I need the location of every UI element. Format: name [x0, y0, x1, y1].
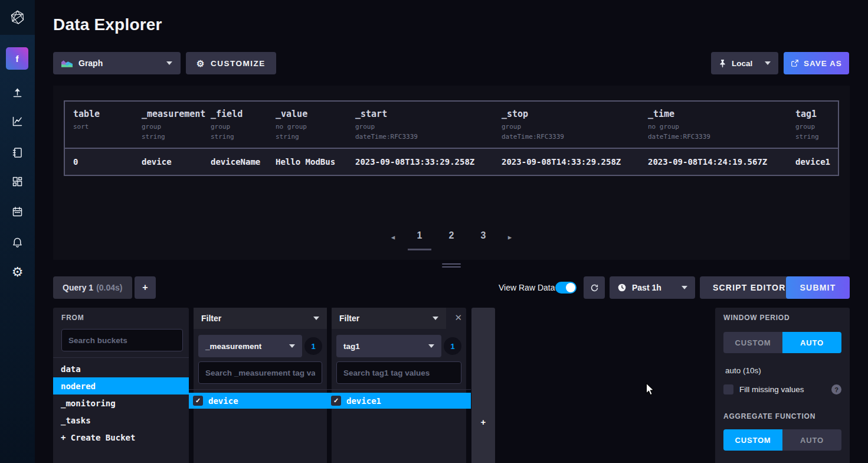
tag-key-label: _measurement	[205, 342, 261, 351]
refresh-button[interactable]	[584, 276, 605, 299]
cell-start: 2023-09-08T13:33:29.258Z	[347, 149, 493, 175]
aggregate-toggle: CUSTOM AUTO	[723, 429, 841, 451]
influxdb-cube-icon	[9, 9, 25, 25]
cell-tag1: device1	[787, 149, 838, 175]
submit-button[interactable]: SUBMIT	[786, 276, 850, 299]
query-tab-duration: (0.04s)	[96, 283, 122, 292]
tag-value-row-selected[interactable]: ✓ device1	[327, 393, 471, 409]
avatar-letter: f	[16, 54, 19, 64]
bucket-item[interactable]: _tasks	[53, 412, 189, 429]
user-avatar[interactable]: f	[6, 47, 28, 70]
filter-type-dropdown[interactable]: Filter	[194, 308, 327, 329]
from-panel: FROM data nodered _monitoring _tasks + C…	[53, 308, 189, 463]
tag-value-list: ✓ device1	[327, 389, 471, 409]
time-range-dropdown[interactable]: Past 1h	[610, 276, 695, 299]
time-range-label: Past 1h	[632, 283, 661, 292]
window-custom-button[interactable]: CUSTOM	[723, 332, 782, 353]
sidebar-item-data-explorer[interactable]	[0, 110, 35, 132]
submit-label: SUBMIT	[800, 283, 836, 292]
create-bucket-button[interactable]: + Create Bucket	[53, 429, 189, 446]
tag-value-search-input[interactable]	[336, 361, 461, 384]
sidebar-item-upload[interactable]	[0, 81, 35, 103]
add-query-button[interactable]: +	[135, 276, 156, 299]
filter-title: Filter	[339, 314, 359, 323]
sidebar-item-notebooks[interactable]	[0, 142, 35, 163]
save-as-button[interactable]: SAVE AS	[784, 52, 849, 74]
tag-value-label: device1	[346, 396, 381, 406]
pagination-prev-icon[interactable]: ◂	[386, 233, 399, 242]
raw-data-panel: tablesort _measurementgroupstring _field…	[53, 86, 850, 260]
window-period-panel: WINDOW PERIOD CUSTOM AUTO auto (10s) Fil…	[715, 308, 850, 463]
checkbox-checked-icon[interactable]: ✓	[331, 396, 341, 406]
column-header[interactable]: tag1	[795, 109, 833, 119]
chevron-down-icon	[289, 344, 295, 348]
view-raw-data-toggle[interactable]	[555, 282, 577, 294]
chevron-down-icon	[313, 317, 319, 320]
table-row: 0 device deviceName Hello ModBus 2023-09…	[65, 149, 838, 175]
graph-type-icon	[61, 59, 73, 67]
chevron-down-icon	[428, 344, 434, 348]
cell-measurement: device	[133, 149, 202, 175]
window-auto-button[interactable]: AUTO	[782, 332, 841, 353]
window-period-toggle: CUSTOM AUTO	[723, 332, 841, 353]
aggregate-auto-button[interactable]: AUTO	[782, 429, 841, 451]
column-meta: groupdateTime:RFC3339	[502, 122, 635, 142]
calendar-icon	[11, 206, 24, 218]
cell-stop: 2023-09-08T14:33:29.258Z	[493, 149, 640, 175]
visualization-type-dropdown[interactable]: Graph	[53, 52, 181, 74]
gear-icon: ⚙	[12, 266, 24, 279]
customize-button[interactable]: ⚙ CUSTOMIZE	[186, 52, 276, 74]
checkbox-checked-icon[interactable]: ✓	[193, 396, 203, 406]
save-as-label: SAVE AS	[804, 59, 842, 68]
sidebar-item-settings[interactable]: ⚙	[0, 262, 35, 283]
aggregate-function-title: AGGREGATE FUNCTION	[723, 412, 841, 420]
pagination-page-3[interactable]: 3	[471, 230, 495, 243]
aggregate-custom-button[interactable]: CUSTOM	[723, 429, 782, 451]
saved-location-dropdown[interactable]: Local	[711, 52, 778, 74]
gear-icon: ⚙	[196, 59, 205, 68]
raw-data-table: tablesort _measurementgroupstring _field…	[64, 100, 839, 176]
window-period-title: WINDOW PERIOD	[723, 314, 841, 322]
column-header[interactable]: _start	[355, 109, 489, 119]
column-header[interactable]: _stop	[502, 109, 635, 119]
sidebar-item-tasks[interactable]	[0, 201, 35, 222]
toggle-knob	[566, 283, 575, 292]
export-icon	[791, 59, 799, 67]
help-icon[interactable]: ?	[831, 384, 841, 394]
filter-panel-measurement: Filter _measurement 1 ✓ device	[194, 308, 327, 463]
chevron-down-icon	[433, 317, 438, 320]
bucket-item[interactable]: _monitoring	[53, 394, 189, 412]
bucket-item[interactable]: data	[53, 360, 189, 377]
column-header[interactable]: _value	[276, 109, 342, 119]
column-header[interactable]: _measurement	[142, 109, 198, 119]
influxdb-logo[interactable]	[0, 0, 35, 35]
tag-value-row-selected[interactable]: ✓ device	[189, 393, 332, 409]
chevron-down-icon	[682, 286, 687, 289]
resize-handle[interactable]	[442, 263, 461, 269]
column-header[interactable]: table	[73, 109, 129, 119]
bucket-item-selected[interactable]: nodered	[53, 377, 189, 394]
add-filter-card-button[interactable]: +	[471, 308, 495, 463]
plus-icon: +	[471, 417, 495, 427]
cell-time: 2023-09-08T14:24:19.567Z	[640, 149, 787, 175]
checkbox-unchecked[interactable]	[723, 384, 733, 394]
pagination-page-1[interactable]: 1	[408, 230, 431, 243]
column-header[interactable]: _field	[211, 109, 263, 119]
bell-icon	[11, 236, 24, 249]
sidebar-item-dashboards[interactable]	[0, 171, 35, 192]
query-tab[interactable]: Query 1 (0.04s)	[53, 276, 132, 299]
sidebar-item-alerts[interactable]	[0, 231, 35, 253]
script-editor-button[interactable]: SCRIPT EDITOR	[700, 276, 798, 299]
clock-icon	[617, 283, 627, 292]
tag-key-label: tag1	[343, 342, 360, 351]
filter-type-dropdown[interactable]: Filter	[332, 308, 446, 329]
pagination-page-2[interactable]: 2	[440, 230, 463, 243]
tag-value-search-input[interactable]	[198, 361, 322, 384]
close-icon[interactable]: ✕	[454, 312, 462, 323]
column-header[interactable]: _time	[648, 109, 782, 119]
tag-key-dropdown[interactable]: _measurement	[198, 335, 302, 357]
column-meta: groupdateTime:RFC3339	[355, 122, 489, 142]
pagination-next-icon[interactable]: ▸	[503, 233, 516, 242]
bucket-search-input[interactable]	[61, 329, 183, 351]
tag-key-dropdown[interactable]: tag1	[336, 335, 441, 357]
